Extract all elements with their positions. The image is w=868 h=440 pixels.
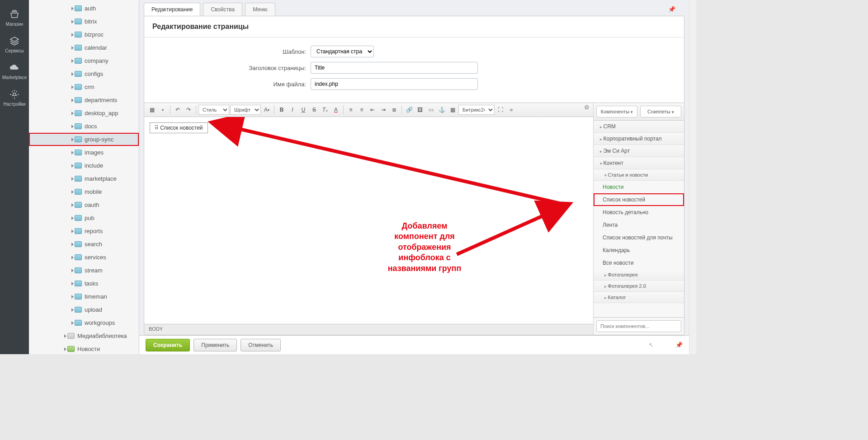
scheme-select[interactable]: Битрикс24 - ... — [458, 105, 495, 115]
video-icon[interactable]: ▭ — [426, 105, 436, 115]
folder-mobile[interactable]: mobile — [29, 185, 139, 198]
folder-timeman[interactable]: timeman — [29, 290, 139, 303]
folder-services[interactable]: services — [29, 251, 139, 264]
italic-icon[interactable]: I — [288, 105, 297, 115]
nav-marketplace[interactable]: Marketplace — [2, 62, 27, 80]
folder-icon — [75, 71, 82, 77]
comp-leaf[interactable]: Список новостей для почты — [594, 231, 684, 244]
folder-docs[interactable]: docs — [29, 120, 139, 133]
comp-leaf[interactable]: Лента — [594, 219, 684, 231]
footer-pin-icon[interactable]: 📌 — [675, 342, 683, 348]
comp-sub[interactable]: Фотогалерея — [594, 269, 684, 281]
folder-crm[interactable]: crm — [29, 80, 139, 94]
content-card: Редактирование страницы Шаблон: Стандарт… — [144, 16, 684, 335]
more-icon[interactable]: » — [506, 105, 516, 115]
tab-snippets[interactable]: Сниппеты — [640, 106, 681, 117]
ul-icon[interactable]: ≡ — [357, 105, 367, 115]
filename-label: Имя файла: — [152, 81, 311, 88]
apply-button[interactable]: Применить — [193, 339, 237, 351]
strike-icon[interactable]: S — [309, 105, 319, 115]
folder-reports[interactable]: reports — [29, 225, 139, 238]
annotation-text: Добавляем компонент для отображения инфо… — [375, 221, 474, 274]
toolbar-gear-icon[interactable]: ⚙ — [584, 104, 590, 111]
comp-leaf[interactable]: Календарь — [594, 244, 684, 257]
tab-edit[interactable]: Редактирование — [144, 3, 200, 16]
folder-tasks[interactable]: tasks — [29, 277, 139, 290]
folder-company[interactable]: company — [29, 54, 139, 67]
component-news-list[interactable]: ⠿ Список новостей — [150, 122, 208, 133]
comp-leaf[interactable]: Новости — [594, 181, 684, 193]
comp-group-content[interactable]: Контент — [594, 157, 684, 169]
folder-images[interactable]: images — [29, 146, 139, 159]
nav-store[interactable]: Магазин — [6, 9, 24, 27]
folder-Медиабиблиотека[interactable]: Медиабиблиотека — [29, 329, 139, 342]
folder-icon — [75, 294, 82, 300]
folder-bizproc[interactable]: bizproc — [29, 28, 139, 41]
folder-Новости[interactable]: Новости — [29, 342, 139, 354]
folder-tree[interactable]: authbitrixbizproccalendarcompanyconfigsc… — [29, 0, 139, 354]
redo-icon[interactable]: ↷ — [184, 105, 193, 115]
font-select[interactable]: Шрифт — [230, 105, 261, 115]
fullscreen-icon[interactable]: ⛶ — [495, 105, 505, 115]
components-search-input[interactable] — [596, 320, 681, 332]
clearformat-icon[interactable]: Tₓ — [320, 105, 330, 115]
ol-icon[interactable]: ≡ — [346, 105, 356, 115]
undo-icon[interactable]: ↶ — [173, 105, 183, 115]
tab-menu[interactable]: Меню — [245, 3, 275, 16]
folder-bitrix[interactable]: bitrix — [29, 15, 139, 28]
folder-marketplace[interactable]: marketplace — [29, 172, 139, 185]
table-icon[interactable]: ▦ — [448, 105, 458, 115]
comp-leaf[interactable]: Новость детально — [594, 206, 684, 219]
folder-departments[interactable]: departments — [29, 94, 139, 107]
editor-canvas[interactable]: ⠿ Список новостей Добавляем компонент дл… — [144, 117, 593, 324]
view-mode-icon[interactable]: ▦ — [147, 105, 157, 115]
comp-sub[interactable]: Фотогалерея 2.0 — [594, 281, 684, 292]
comp-sub-articles[interactable]: Статьи и новости — [594, 169, 684, 181]
pin-icon[interactable]: 📌 — [668, 6, 684, 13]
folder-workgroups[interactable]: workgroups — [29, 316, 139, 329]
comp-sub[interactable]: Каталог — [594, 292, 684, 303]
folder-icon — [75, 84, 82, 90]
folder-include[interactable]: include — [29, 159, 139, 172]
indent-icon[interactable]: ⇥ — [378, 105, 388, 115]
folder-configs[interactable]: configs — [29, 67, 139, 80]
filename-input[interactable] — [311, 78, 478, 90]
folder-auth[interactable]: auth — [29, 2, 139, 15]
comp-leaf[interactable]: Все новости — [594, 257, 684, 269]
title-input[interactable] — [311, 62, 478, 74]
save-button[interactable]: Сохранить — [146, 339, 190, 351]
folder-search[interactable]: search — [29, 238, 139, 251]
template-select[interactable]: Стандартная страница — [311, 46, 374, 57]
form-area: Шаблон: Стандартная страница Заголовок с… — [144, 37, 684, 103]
comp-leaf[interactable]: Список новостей — [594, 193, 684, 206]
link-icon[interactable]: 🔗 — [404, 105, 414, 115]
underline-icon[interactable]: U — [298, 105, 308, 115]
folder-upload[interactable]: upload — [29, 303, 139, 316]
style-select[interactable]: Стиль — [198, 105, 229, 115]
font-size-icon[interactable]: A▾ — [262, 105, 272, 115]
folder-icon — [75, 254, 82, 260]
comp-group[interactable]: CRM — [594, 121, 684, 133]
folder-oauth[interactable]: oauth — [29, 198, 139, 211]
nav-settings[interactable]: Настройки — [3, 89, 25, 107]
cancel-button[interactable]: Отменить — [241, 339, 281, 351]
folder-pub[interactable]: pub — [29, 211, 139, 225]
folder-calendar[interactable]: calendar — [29, 41, 139, 54]
tab-components[interactable]: Компоненты — [596, 106, 637, 117]
comp-group[interactable]: Корпоративный портал — [594, 133, 684, 145]
components-tree[interactable]: CRMКорпоративный порталЭм Си АртКонтентС… — [594, 121, 684, 317]
anchor-icon[interactable]: ⚓ — [437, 105, 447, 115]
folder-stream[interactable]: stream — [29, 264, 139, 277]
folder-desktop_app[interactable]: desktop_app — [29, 107, 139, 120]
nav-services[interactable]: Сервисы — [5, 36, 24, 53]
image-icon[interactable]: 🖼 — [415, 105, 425, 115]
color-icon[interactable]: A — [331, 105, 341, 115]
bold-icon[interactable]: B — [277, 105, 287, 115]
tab-properties[interactable]: Свойства — [203, 3, 242, 16]
align-icon[interactable]: ≣ — [389, 105, 399, 115]
view-dd-icon[interactable]: ▾ — [158, 105, 168, 115]
outdent-icon[interactable]: ⇤ — [368, 105, 377, 115]
folder-group-sync[interactable]: group-sync — [29, 133, 139, 146]
comp-group[interactable]: Эм Си Арт — [594, 145, 684, 157]
scrollbar[interactable] — [689, 0, 696, 354]
